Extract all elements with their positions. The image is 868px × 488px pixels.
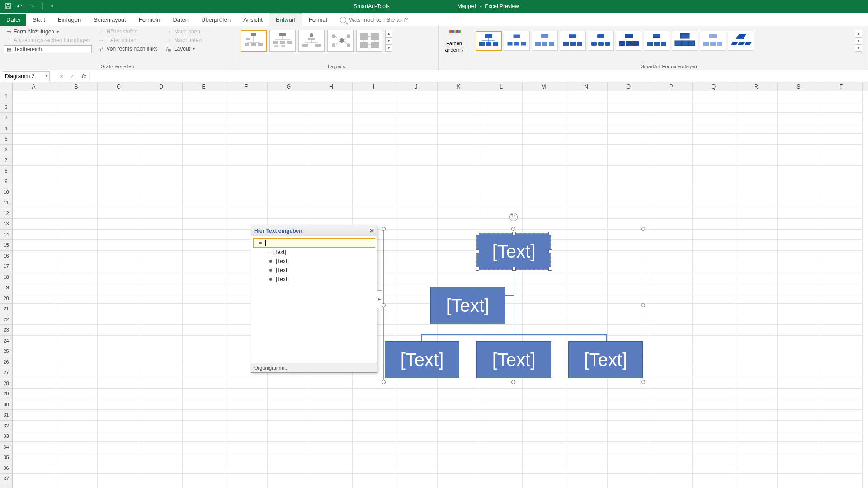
cell[interactable] xyxy=(310,91,353,102)
cell[interactable] xyxy=(353,421,395,432)
cell[interactable] xyxy=(735,357,778,368)
cell[interactable] xyxy=(55,484,98,488)
cell[interactable] xyxy=(395,91,438,102)
cell[interactable] xyxy=(438,113,480,123)
cell[interactable] xyxy=(55,91,98,102)
cell[interactable] xyxy=(395,166,438,177)
confirm-formula-icon[interactable]: ✓ xyxy=(67,72,77,81)
tab-start[interactable]: Start xyxy=(26,14,51,26)
cell[interactable] xyxy=(735,474,778,484)
cell[interactable] xyxy=(13,463,55,474)
undo-icon[interactable]: ↶▾ xyxy=(16,2,25,11)
cell[interactable] xyxy=(55,431,98,442)
cell[interactable] xyxy=(480,113,523,123)
cell[interactable] xyxy=(438,463,480,474)
cell[interactable] xyxy=(820,113,863,123)
cell[interactable] xyxy=(820,357,863,368)
cell[interactable] xyxy=(778,474,820,484)
cell[interactable] xyxy=(310,102,353,113)
layout-option-4[interactable] xyxy=(327,30,354,52)
cell[interactable] xyxy=(778,113,820,123)
cell[interactable] xyxy=(565,421,608,432)
cell[interactable] xyxy=(820,442,863,453)
cell[interactable] xyxy=(820,282,863,293)
cell[interactable] xyxy=(98,410,140,421)
cell[interactable] xyxy=(778,219,820,230)
layouts-more[interactable]: ▾ xyxy=(385,44,392,52)
cell[interactable] xyxy=(438,421,480,432)
cell[interactable] xyxy=(820,272,863,283)
cell[interactable] xyxy=(480,197,523,208)
cell[interactable] xyxy=(353,410,395,421)
cell[interactable] xyxy=(225,474,268,484)
cell[interactable] xyxy=(650,314,693,325)
styles-scroll-up[interactable]: ▲ xyxy=(855,30,862,37)
cell[interactable] xyxy=(608,134,650,145)
cell[interactable] xyxy=(778,176,820,187)
cell[interactable] xyxy=(438,208,480,219)
style-option-5[interactable] xyxy=(588,31,614,51)
cell[interactable] xyxy=(98,452,140,463)
cell[interactable] xyxy=(778,134,820,145)
cell[interactable] xyxy=(820,378,863,389)
cell[interactable] xyxy=(183,230,225,240)
cell[interactable] xyxy=(650,442,693,453)
cell[interactable] xyxy=(820,421,863,432)
cell[interactable] xyxy=(225,421,268,432)
cell[interactable] xyxy=(55,452,98,463)
cell[interactable] xyxy=(140,230,183,240)
cell[interactable] xyxy=(13,484,55,488)
cell[interactable] xyxy=(608,474,650,484)
cell[interactable] xyxy=(55,325,98,336)
cell[interactable] xyxy=(523,155,565,166)
cell[interactable] xyxy=(693,389,735,399)
cell[interactable] xyxy=(438,91,480,102)
cell[interactable] xyxy=(225,176,268,187)
cell[interactable] xyxy=(310,442,353,453)
rtl-button[interactable]: ⇄Von rechts nach links xyxy=(96,45,159,52)
cell[interactable] xyxy=(820,251,863,262)
cell[interactable] xyxy=(13,197,55,208)
cell[interactable] xyxy=(13,102,55,113)
cell[interactable] xyxy=(98,113,140,123)
redo-icon[interactable]: ↷▾ xyxy=(29,2,38,11)
cell[interactable] xyxy=(225,145,268,155)
column-header[interactable]: I xyxy=(353,82,395,91)
cell[interactable] xyxy=(13,367,55,378)
tab-seitenlayout[interactable]: Seitenlayout xyxy=(87,14,132,26)
row-header[interactable]: 16 xyxy=(0,251,13,262)
style-option-1[interactable] xyxy=(476,31,502,51)
rotate-handle-icon[interactable] xyxy=(509,213,518,221)
cell[interactable] xyxy=(55,367,98,378)
cell[interactable] xyxy=(608,123,650,134)
cell[interactable] xyxy=(55,219,98,230)
column-header[interactable]: A xyxy=(13,82,55,91)
cell[interactable] xyxy=(608,410,650,421)
cell[interactable] xyxy=(523,145,565,155)
cell[interactable] xyxy=(650,378,693,389)
cell[interactable] xyxy=(565,91,608,102)
cell[interactable] xyxy=(693,187,735,198)
cell[interactable] xyxy=(565,431,608,442)
cell[interactable] xyxy=(693,145,735,155)
cell[interactable] xyxy=(98,187,140,198)
cell[interactable] xyxy=(183,410,225,421)
column-header[interactable]: J xyxy=(395,82,438,91)
cell[interactable] xyxy=(735,240,778,251)
cell[interactable] xyxy=(778,410,820,421)
cell[interactable] xyxy=(523,431,565,442)
cell[interactable] xyxy=(353,452,395,463)
cell[interactable] xyxy=(565,145,608,155)
cell[interactable] xyxy=(353,123,395,134)
cell[interactable] xyxy=(778,282,820,293)
cell[interactable] xyxy=(13,421,55,432)
formula-input[interactable] xyxy=(89,72,868,81)
row-header[interactable]: 12 xyxy=(0,208,13,219)
row-header[interactable]: 30 xyxy=(0,399,13,410)
cancel-formula-icon[interactable]: ✕ xyxy=(57,72,66,81)
cell[interactable] xyxy=(55,410,98,421)
cell[interactable] xyxy=(438,442,480,453)
cell[interactable] xyxy=(735,442,778,453)
cell[interactable] xyxy=(268,410,310,421)
cell[interactable] xyxy=(693,219,735,230)
